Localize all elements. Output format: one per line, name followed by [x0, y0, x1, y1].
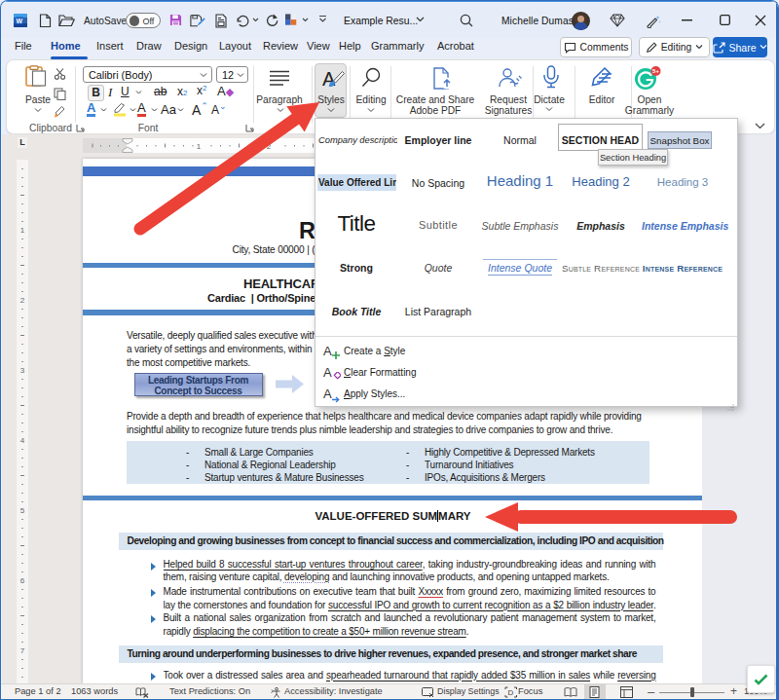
- svg-text:4: 4: [20, 436, 25, 445]
- svg-text:2: 2: [20, 296, 25, 305]
- svg-text:7: 7: [20, 646, 25, 655]
- svg-text:5: 5: [20, 506, 25, 515]
- svg-text:D: D: [508, 688, 514, 697]
- svg-text:W: W: [16, 18, 22, 24]
- svg-text:6: 6: [20, 576, 25, 585]
- svg-text:1: 1: [20, 226, 25, 235]
- svg-text:3: 3: [20, 366, 25, 375]
- svg-text:5+: 5+: [652, 68, 659, 74]
